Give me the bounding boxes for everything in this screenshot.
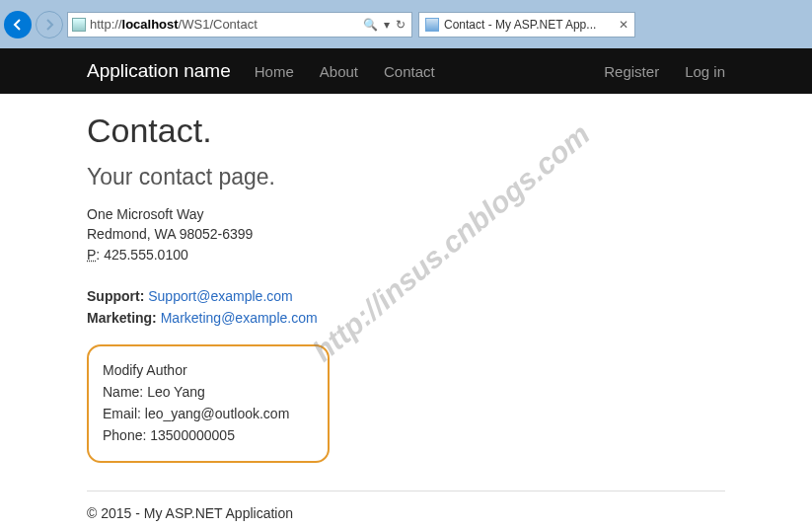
phone-abbr: P xyxy=(87,247,96,263)
navbar: Application name Home About Contact Regi… xyxy=(0,48,812,94)
marketing-label: Marketing: xyxy=(87,310,157,326)
page-title: Contact. xyxy=(87,112,725,150)
nav-about[interactable]: About xyxy=(320,63,358,80)
close-icon[interactable]: ✕ xyxy=(619,18,628,32)
email-contacts: Support: Support@example.com Marketing: … xyxy=(87,286,725,329)
marketing-email-link[interactable]: Marketing@example.com xyxy=(161,310,318,326)
address-line-2: Redmond, WA 98052-6399 xyxy=(87,224,725,244)
support-email-link[interactable]: Support@example.com xyxy=(148,288,293,304)
nav-register[interactable]: Register xyxy=(604,63,659,80)
url-text: http://localhost/WS1/Contact xyxy=(90,17,359,32)
nav-contact[interactable]: Contact xyxy=(384,63,435,80)
author-name-row: Name: Leo Yang xyxy=(103,384,314,400)
address-block: One Microsoft Way Redmond, WA 98052-6399… xyxy=(87,204,725,264)
content: Contact. Your contact page. One Microsof… xyxy=(0,94,812,473)
forward-button[interactable] xyxy=(36,11,63,38)
footer-text: © 2015 - My ASP.NET Application xyxy=(87,505,293,521)
page-subtitle: Your contact page. xyxy=(87,164,725,190)
arrow-right-icon xyxy=(42,18,56,32)
footer: © 2015 - My ASP.NET Application xyxy=(87,491,725,521)
author-phone-row: Phone: 13500000005 xyxy=(103,427,314,443)
site-icon xyxy=(72,18,86,32)
phone-line: P: 425.555.0100 xyxy=(87,245,725,264)
author-heading: Modify Author xyxy=(103,362,314,378)
dropdown-icon[interactable]: ▾ xyxy=(384,18,390,32)
browser-chrome: http://localhost/WS1/Contact 🔍 ▾ ↻ Conta… xyxy=(0,0,812,48)
tab-title: Contact - My ASP.NET App... xyxy=(444,18,614,32)
author-email-row: Email: leo_yang@outlook.com xyxy=(103,406,314,421)
browser-tab[interactable]: Contact - My ASP.NET App... ✕ xyxy=(418,12,635,38)
nav-login[interactable]: Log in xyxy=(685,63,725,80)
address-controls: 🔍 ▾ ↻ xyxy=(363,18,407,32)
search-icon[interactable]: 🔍 xyxy=(363,18,378,32)
refresh-icon[interactable]: ↻ xyxy=(396,18,406,32)
nav-home[interactable]: Home xyxy=(255,63,294,80)
marketing-row: Marketing: Marketing@example.com xyxy=(87,308,725,330)
brand[interactable]: Application name xyxy=(87,60,231,82)
address-bar[interactable]: http://localhost/WS1/Contact 🔍 ▾ ↻ xyxy=(67,12,412,38)
page: Application name Home About Contact Regi… xyxy=(0,48,812,529)
phone-number: 425.555.0100 xyxy=(104,247,188,263)
address-line-1: One Microsoft Way xyxy=(87,204,725,224)
back-button[interactable] xyxy=(4,11,32,38)
support-row: Support: Support@example.com xyxy=(87,286,725,308)
support-label: Support: xyxy=(87,288,144,304)
page-icon xyxy=(425,18,439,32)
author-box: Modify Author Name: Leo Yang Email: leo_… xyxy=(87,344,330,463)
arrow-left-icon xyxy=(11,18,25,32)
